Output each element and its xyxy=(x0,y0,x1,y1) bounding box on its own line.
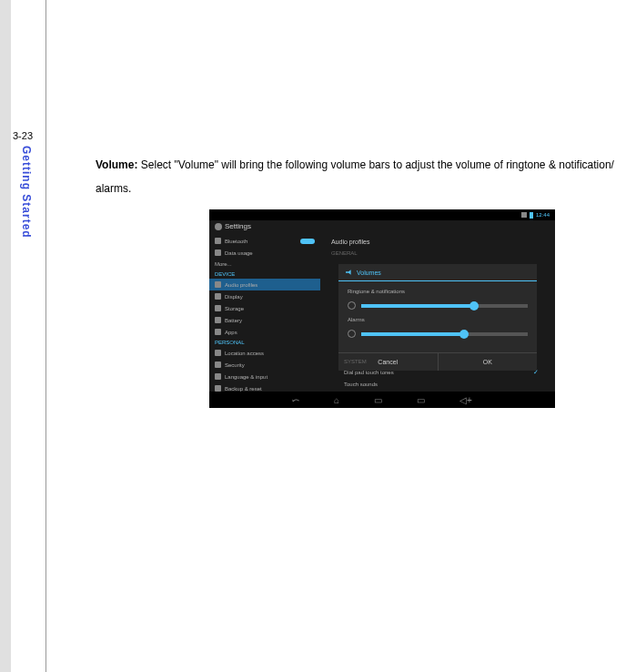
alarm-icon xyxy=(348,330,356,338)
nav-back-icon[interactable]: ⤺ xyxy=(292,395,299,405)
sidebar-item-language[interactable]: Language & input xyxy=(209,371,320,382)
signal-icon xyxy=(521,212,527,218)
slider-label-ringtone: Ringtone & notifications xyxy=(348,289,528,294)
system-header: SYSTEM xyxy=(337,357,546,366)
nav-recent-icon[interactable]: ▭ xyxy=(374,395,382,405)
settings-title-text: Settings xyxy=(225,222,251,230)
sidebar-item-battery[interactable]: Battery xyxy=(209,314,320,326)
slider-fill xyxy=(361,332,464,336)
left-margin-bar xyxy=(0,0,11,672)
nav-volume-icon[interactable]: ◁+ xyxy=(459,395,472,405)
slider-label-alarms: Alarms xyxy=(348,317,528,322)
sidebar-item-location[interactable]: Location access xyxy=(209,347,320,359)
sidebar-item-label: More... xyxy=(215,261,232,267)
settings-right-panel: Audio profiles GENERAL xyxy=(320,235,555,258)
nav-bar: ⤺ ⌂ ▭ ▭ ◁+ xyxy=(209,392,555,408)
embedded-screenshot: 12:44 Settings Bluetooth Data usage More… xyxy=(209,209,555,408)
slider-fill xyxy=(361,304,474,308)
phone-icon xyxy=(348,301,356,310)
volumes-dialog: Volumes Ringtone & notifications Alarms xyxy=(338,264,537,371)
sidebar-item-bluetooth[interactable]: Bluetooth xyxy=(209,235,320,247)
system-item-label: Touch sounds xyxy=(344,382,378,387)
volume-icon xyxy=(346,269,353,276)
check-icon: ✓ xyxy=(533,369,539,376)
sidebar-item-label: Audio profiles xyxy=(225,282,257,288)
dialog-body: Ringtone & notifications Alarms xyxy=(338,281,537,352)
sidebar-item-label: Apps xyxy=(225,330,237,335)
sidebar-item-label: Display xyxy=(225,294,243,300)
display-icon xyxy=(215,293,221,300)
nav-home-icon[interactable]: ⌂ xyxy=(334,395,339,405)
paragraph-text: Select "Volume" will bring the following… xyxy=(96,158,614,195)
slider-thumb[interactable] xyxy=(469,301,479,311)
system-item-dialpad[interactable]: Dial pad touch tones ✓ xyxy=(337,366,546,379)
system-item-touch-sounds[interactable]: Touch sounds xyxy=(337,379,546,390)
sidebar-item-label: Security xyxy=(225,362,245,368)
slider-thumb[interactable] xyxy=(459,330,469,339)
sidebar-item-label: Storage xyxy=(225,306,244,311)
system-item-label: Dial pad touch tones xyxy=(344,370,394,375)
sidebar-item-label: Bluetooth xyxy=(225,239,247,244)
ringtone-slider[interactable] xyxy=(361,304,528,308)
system-section: SYSTEM Dial pad touch tones ✓ Touch soun… xyxy=(337,357,546,390)
bluetooth-icon xyxy=(215,238,221,244)
backup-icon xyxy=(215,385,221,392)
sidebar-item-security[interactable]: Security xyxy=(209,359,320,371)
slider-row-ringtone xyxy=(348,301,528,310)
section-label: Getting Started xyxy=(20,146,33,239)
sidebar-item-display[interactable]: Display xyxy=(209,290,320,302)
right-panel-header: Audio profiles xyxy=(320,235,555,249)
storage-icon xyxy=(215,305,221,311)
settings-header: Settings xyxy=(215,222,251,230)
battery-icon xyxy=(530,212,533,219)
sidebar-item-label: Battery xyxy=(225,318,242,323)
nav-recent2-icon[interactable]: ▭ xyxy=(417,395,425,405)
body-paragraph: Volume: Select "Volume" will bring the f… xyxy=(96,153,632,201)
sidebar-item-label: Location access xyxy=(225,351,264,356)
bluetooth-toggle[interactable] xyxy=(300,239,315,244)
data-usage-icon xyxy=(215,249,221,256)
settings-sidebar: Bluetooth Data usage More... DEVICE Audi… xyxy=(209,235,320,394)
status-time: 12:44 xyxy=(536,212,550,218)
location-icon xyxy=(215,350,221,356)
sidebar-item-audio-profiles[interactable]: Audio profiles xyxy=(209,279,320,290)
battery-icon xyxy=(215,317,221,323)
sidebar-item-label: Backup & reset xyxy=(225,386,262,392)
device-header: DEVICE xyxy=(209,270,320,279)
dialog-title-text: Volumes xyxy=(357,270,381,276)
slider-row-alarms xyxy=(348,330,528,338)
vertical-divider xyxy=(45,0,46,672)
sidebar-item-apps[interactable]: Apps xyxy=(209,326,320,338)
paragraph-bold: Volume: xyxy=(96,158,137,171)
personal-header: PERSONAL xyxy=(209,338,320,347)
apps-icon xyxy=(215,329,221,335)
alarm-slider[interactable] xyxy=(361,332,528,336)
right-panel-sub: GENERAL xyxy=(320,249,555,258)
sidebar-item-label: Language & input xyxy=(225,374,268,380)
language-icon xyxy=(215,373,221,380)
sidebar-item-storage[interactable]: Storage xyxy=(209,302,320,314)
audio-icon xyxy=(215,281,221,288)
shield-icon xyxy=(215,361,221,368)
page-number: 3-23 xyxy=(13,130,33,141)
sidebar-item-data-usage[interactable]: Data usage xyxy=(209,247,320,259)
sidebar-item-label: Data usage xyxy=(225,250,253,256)
status-bar: 12:44 xyxy=(209,209,555,220)
dialog-title: Volumes xyxy=(338,264,537,281)
gear-icon xyxy=(215,223,222,230)
sidebar-item-more[interactable]: More... xyxy=(209,259,320,270)
